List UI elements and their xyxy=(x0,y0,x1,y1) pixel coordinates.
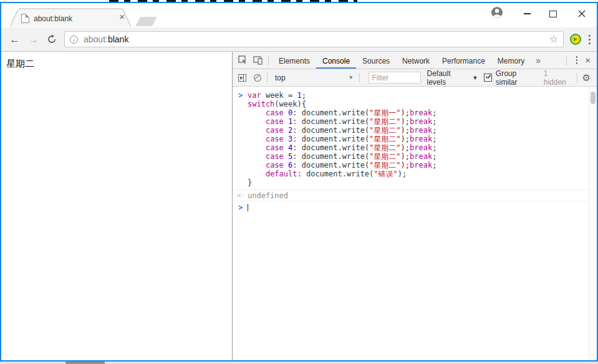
page-info-icon[interactable]: i xyxy=(70,36,78,44)
screenshot-root: about:blank × ← → xyxy=(0,0,598,364)
scrollbar-thumb[interactable] xyxy=(591,92,596,104)
devtools-tab-elements[interactable]: Elements xyxy=(272,52,316,69)
inspect-cursor-icon xyxy=(238,55,248,65)
result-arrow-icon: <· xyxy=(233,191,248,199)
console-code-line: } xyxy=(233,178,597,187)
tab-content: about:blank xyxy=(9,8,132,27)
taskbar-sliver-mark xyxy=(65,362,105,364)
tab-title: about:blank xyxy=(34,14,72,23)
new-tab-button[interactable] xyxy=(135,17,157,26)
devtools-tab-console[interactable]: Console xyxy=(316,52,356,69)
url-scheme: about: xyxy=(84,34,108,44)
devtools-panel: ElementsConsoleSourcesNetworkPerformance… xyxy=(233,52,597,360)
more-tabs-icon[interactable]: » xyxy=(531,55,546,65)
devtools-close-button[interactable]: × xyxy=(585,55,591,65)
console-code-line: case 2: document.write("星期二");break; xyxy=(233,126,597,135)
chevron-down-icon: ▼ xyxy=(472,75,478,81)
devtools-tab-network[interactable]: Network xyxy=(396,52,436,69)
reload-icon xyxy=(47,34,57,44)
console-toolbar: top ▼ Default levels ▼ Group similar 1 h… xyxy=(233,69,597,87)
tab-strip: about:blank × xyxy=(1,3,597,27)
separator xyxy=(577,73,577,83)
reload-button[interactable] xyxy=(47,34,57,44)
inspect-element-button[interactable] xyxy=(238,55,248,65)
minimize-button[interactable] xyxy=(519,8,535,19)
taskbar-sliver xyxy=(0,362,598,364)
group-similar-checkbox[interactable] xyxy=(484,74,491,82)
console-code-line: default: document.write("错误"); xyxy=(233,170,597,178)
extension-icon[interactable] xyxy=(570,34,581,45)
minimize-icon xyxy=(524,13,531,14)
browser-tab[interactable]: about:blank × xyxy=(9,8,132,27)
tab-close-icon[interactable]: × xyxy=(119,12,125,21)
execution-context-select[interactable]: top ▼ xyxy=(275,74,354,82)
console-code-line: switch(week){ xyxy=(233,100,597,108)
devtools-tab-bar: ElementsConsoleSourcesNetworkPerformance… xyxy=(233,52,597,69)
console-code-line: case 4: document.write("星期二");break; xyxy=(233,143,597,152)
console-sidebar-icon[interactable] xyxy=(238,74,246,82)
device-toolbar-icon xyxy=(253,56,263,65)
profile-icon[interactable] xyxy=(490,6,504,19)
devtools-menu-button[interactable] xyxy=(576,56,578,64)
console-code-line: case 1: document.write("星期二");break; xyxy=(233,117,597,126)
close-window-button[interactable] xyxy=(574,8,590,19)
group-similar-label: Group similar xyxy=(496,69,538,87)
clear-console-icon[interactable] xyxy=(254,74,261,82)
navigation-toolbar: ← → i about:blank ☆ xyxy=(1,27,597,52)
console-scrollbar[interactable] xyxy=(589,87,597,360)
devtools-tab-list: ElementsConsoleSourcesNetworkPerformance… xyxy=(272,52,531,69)
console-command-code: >var week = 1;switch(week){ case 0: docu… xyxy=(233,87,597,187)
devtools-tab-performance[interactable]: Performance xyxy=(436,52,491,69)
page-output-text: 星期二 xyxy=(6,58,34,70)
close-icon xyxy=(578,10,586,17)
maximize-button[interactable] xyxy=(545,8,561,19)
url-text: about:blank xyxy=(84,34,128,44)
devtools-tab-memory[interactable]: Memory xyxy=(491,52,531,69)
bookmark-star-icon[interactable]: ☆ xyxy=(549,34,558,44)
forward-button: → xyxy=(28,34,39,45)
content-area: 星期二 xyxy=(1,52,597,360)
console-result-row: <· undefined xyxy=(233,190,597,201)
page-file-icon xyxy=(21,14,29,23)
browser-window: about:blank × ← → xyxy=(0,2,598,362)
hidden-messages-count[interactable]: 1 hidden xyxy=(544,69,571,87)
console-code-line: case 3: document.write("星期二");break; xyxy=(233,135,597,143)
console-result-value: undefined xyxy=(248,191,288,200)
text-cursor xyxy=(248,204,248,211)
devtools-tab-sources[interactable]: Sources xyxy=(356,52,396,69)
browser-menu-button[interactable] xyxy=(589,35,591,44)
chevron-down-icon: ▼ xyxy=(349,75,354,80)
web-page: 星期二 xyxy=(1,52,232,360)
back-button[interactable]: ← xyxy=(9,34,20,45)
console-prompt-row[interactable]: > xyxy=(233,201,597,214)
url-rest: blank xyxy=(108,34,128,44)
log-levels-select[interactable]: Default levels ▼ xyxy=(427,69,478,87)
console-settings-gear-icon[interactable]: ⚙ xyxy=(582,73,591,82)
levels-value: Default levels xyxy=(427,69,470,87)
console-filter-input[interactable] xyxy=(369,72,421,84)
console-code-line: case 5: document.write("星期二");break; xyxy=(233,152,597,161)
separator xyxy=(566,55,567,65)
prompt-chevron-icon: > xyxy=(233,203,248,212)
separator xyxy=(267,73,268,83)
maximize-icon xyxy=(549,11,557,17)
console-messages[interactable]: >var week = 1;switch(week){ case 0: docu… xyxy=(233,87,597,360)
device-toolbar-button[interactable] xyxy=(253,56,263,65)
address-bar[interactable]: i about:blank ☆ xyxy=(64,31,564,47)
console-code-line: case 6: document.write("星期二");break; xyxy=(233,161,597,170)
separator xyxy=(359,73,360,83)
console-code-line: >var week = 1; xyxy=(233,91,597,100)
separator xyxy=(268,55,269,65)
console-code-line: case 0: document.write("星期一");break; xyxy=(233,108,597,117)
context-value: top xyxy=(275,74,286,82)
